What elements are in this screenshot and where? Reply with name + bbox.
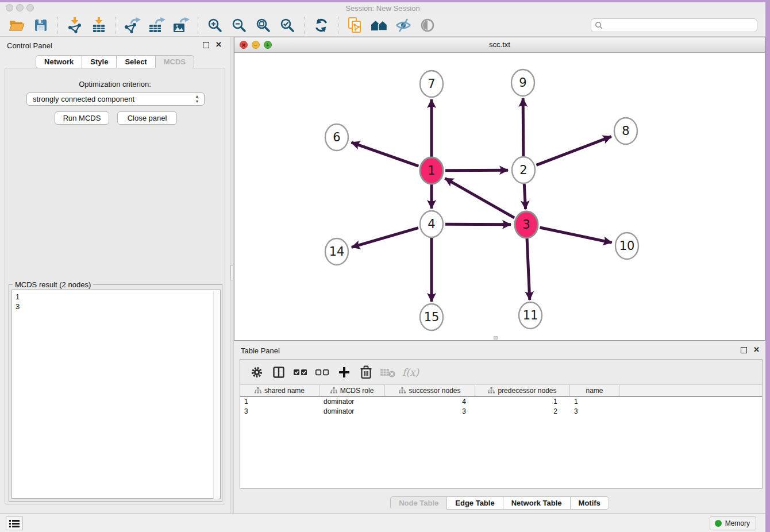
canvas-split-handle[interactable] <box>494 336 498 340</box>
import-network-button[interactable] <box>64 16 85 35</box>
cell-predecessor-nodes[interactable]: 1 <box>475 397 570 407</box>
cell-successor-nodes[interactable]: 4 <box>385 397 475 407</box>
column-header-shared-name[interactable]: shared name <box>240 385 319 396</box>
graph-node-15[interactable]: 15 <box>420 304 443 330</box>
open-session-button[interactable] <box>6 16 27 35</box>
export-network-button[interactable] <box>122 16 143 35</box>
deselect-all-columns-button[interactable] <box>314 364 331 381</box>
graph-edge-4-3[interactable] <box>445 224 511 225</box>
graph-node-6[interactable]: 6 <box>325 124 348 151</box>
graph-node-9[interactable]: 9 <box>511 70 534 96</box>
delete-column-button[interactable] <box>357 364 375 381</box>
zoom-fit-button[interactable] <box>253 16 274 35</box>
graph-node-label: 7 <box>428 77 435 91</box>
memory-button[interactable]: Memory <box>710 516 756 530</box>
magnifier-fit-icon <box>256 18 271 33</box>
cell-name[interactable]: 1 <box>570 397 619 407</box>
vertical-splitter[interactable] <box>230 37 234 513</box>
close-table-panel-icon[interactable]: ✕ <box>753 345 760 354</box>
export-network-icon <box>124 17 141 33</box>
graph-edge-2-9[interactable] <box>523 98 523 156</box>
table-row[interactable]: 3 dominator 3 2 3 <box>240 407 762 417</box>
show-all-button[interactable] <box>417 16 438 35</box>
mcds-tab-content: Optimization criterion: strongly connect… <box>5 68 225 504</box>
graph-node-14[interactable]: 14 <box>325 238 348 265</box>
graph-edge-3-1[interactable] <box>445 178 514 218</box>
cell-predecessor-nodes[interactable]: 2 <box>475 407 570 417</box>
gear-icon <box>251 366 263 379</box>
graph-node-4[interactable]: 4 <box>420 211 443 237</box>
select-all-columns-button[interactable] <box>292 364 309 381</box>
graph-node-8[interactable]: 8 <box>614 118 637 144</box>
apply-layout-button[interactable] <box>311 16 332 35</box>
graph-node-10[interactable]: 10 <box>615 233 638 259</box>
tab-edge-table[interactable]: Edge Table <box>446 496 502 510</box>
close-panel-icon[interactable]: ✕ <box>215 40 222 49</box>
column-label: successor nodes <box>409 387 460 395</box>
table-settings-button[interactable] <box>248 364 265 381</box>
graph-node-2[interactable]: 2 <box>512 157 535 183</box>
cell-shared-name[interactable]: 1 <box>240 397 319 407</box>
node-table: shared name MCDS role successor nodes pr… <box>240 385 762 488</box>
cell-shared-name[interactable]: 3 <box>240 407 319 417</box>
application-window: Session: New Session <box>0 0 770 532</box>
first-neighbors-button[interactable] <box>369 16 390 35</box>
deselect-all-icon <box>315 368 329 376</box>
tab-node-table[interactable]: Node Table <box>390 496 446 510</box>
tab-motifs[interactable]: Motifs <box>570 496 609 510</box>
save-session-button[interactable] <box>30 16 51 35</box>
tab-mcds[interactable]: MCDS <box>155 55 194 68</box>
column-header-mcds-role[interactable]: MCDS role <box>319 385 385 396</box>
zoom-in-button[interactable] <box>205 16 225 35</box>
graph-edge-1-6[interactable] <box>351 142 418 166</box>
float-table-panel-icon[interactable] <box>741 347 747 353</box>
run-mcds-button[interactable]: Run MCDS <box>55 111 109 125</box>
float-panel-icon[interactable] <box>203 42 209 48</box>
cell-mcds-role[interactable]: dominator <box>319 397 385 407</box>
zoom-out-button[interactable] <box>229 16 249 35</box>
search-input[interactable] <box>606 21 753 29</box>
graph-node-1[interactable]: 1 <box>420 157 443 184</box>
column-header-predecessor-nodes[interactable]: predecessor nodes <box>475 385 570 396</box>
cell-mcds-role[interactable]: dominator <box>319 407 385 417</box>
table-header-row: shared name MCDS role successor nodes pr… <box>240 385 762 397</box>
cell-successor-nodes[interactable]: 3 <box>385 407 475 417</box>
tab-network[interactable]: Network <box>36 55 82 68</box>
graph-edge-2-8[interactable] <box>536 137 611 165</box>
graph-edge-1-2[interactable] <box>445 170 508 171</box>
graph-edge-2-3[interactable] <box>524 184 525 209</box>
zoom-selected-button[interactable] <box>277 16 298 35</box>
memory-status-icon <box>715 520 722 527</box>
graph-node-label: 15 <box>424 310 440 324</box>
create-column-button[interactable] <box>336 364 353 381</box>
tab-select[interactable]: Select <box>116 55 155 68</box>
export-image-button[interactable] <box>171 16 191 35</box>
hide-selected-button[interactable] <box>393 16 414 35</box>
import-table-button[interactable] <box>88 16 109 35</box>
export-table-button[interactable] <box>147 16 167 35</box>
control-panel: Control Panel ✕ Network Style Select MCD… <box>0 37 230 513</box>
network-canvas[interactable]: 7968124314101511 <box>234 53 765 340</box>
show-columns-button[interactable] <box>270 364 287 381</box>
graph-node-7[interactable]: 7 <box>420 71 443 97</box>
graph-node-11[interactable]: 11 <box>519 302 542 329</box>
graph-node-3[interactable]: 3 <box>515 211 538 238</box>
splitter-handle[interactable] <box>230 265 233 280</box>
graph-edge-4-14[interactable] <box>352 228 418 248</box>
toolbar-separator <box>304 17 305 34</box>
table-row[interactable]: 1 dominator 4 1 1 <box>240 397 762 407</box>
cell-name[interactable]: 3 <box>570 407 619 417</box>
column-header-successor-nodes[interactable]: successor nodes <box>385 385 475 396</box>
mcds-result-textarea[interactable]: 1 3 <box>11 290 221 499</box>
new-network-from-selection-button[interactable] <box>345 16 365 35</box>
network-window-titlebar[interactable]: ✕ − + scc.txt <box>234 37 765 53</box>
optimization-criterion-select[interactable]: strongly connected component ▲▼ <box>26 92 205 106</box>
tab-network-table[interactable]: Network Table <box>503 496 570 510</box>
graph-edge-3-11[interactable] <box>527 238 530 300</box>
task-history-button[interactable] <box>6 516 23 530</box>
result-scrollbar[interactable] <box>213 291 220 499</box>
tab-style[interactable]: Style <box>82 55 116 68</box>
column-header-name[interactable]: name <box>570 385 619 396</box>
close-panel-button[interactable]: Close panel <box>117 111 177 125</box>
graph-edge-3-10[interactable] <box>540 228 611 242</box>
